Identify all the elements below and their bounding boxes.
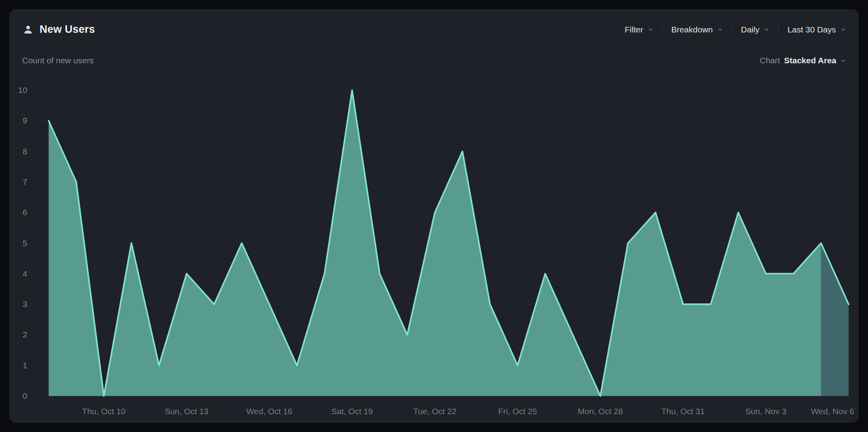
x-tick-label: Fri, Oct 25 bbox=[498, 407, 537, 416]
y-tick-label: 10 bbox=[18, 85, 27, 95]
y-tick-label: 7 bbox=[23, 177, 27, 186]
new-users-card: New Users Filter Breakdown Daily Last 30… bbox=[9, 9, 859, 423]
y-tick-label: 8 bbox=[23, 147, 27, 156]
y-tick-label: 5 bbox=[23, 239, 27, 248]
granularity-label: Daily bbox=[741, 25, 760, 34]
y-tick-label: 4 bbox=[23, 269, 27, 278]
highlight-area bbox=[821, 243, 849, 396]
x-tick-label: Wed, Nov 6 bbox=[811, 407, 854, 416]
breakdown-control[interactable]: Breakdown bbox=[663, 25, 732, 34]
x-tick-label: Sun, Oct 13 bbox=[165, 407, 208, 416]
y-tick-label: 3 bbox=[23, 299, 27, 309]
area-chart[interactable]: 012345678910Thu, Oct 10Sun, Oct 13Wed, O… bbox=[10, 72, 858, 421]
chevron-down-icon bbox=[764, 27, 769, 32]
x-tick-label: Sat, Oct 19 bbox=[331, 407, 373, 416]
chart-type-caption: Chart bbox=[760, 56, 780, 65]
breakdown-label: Breakdown bbox=[671, 25, 713, 34]
subheader: Count of new users Chart Stacked Area bbox=[10, 49, 858, 72]
x-tick-label: Thu, Oct 31 bbox=[661, 407, 705, 416]
granularity-control[interactable]: Daily bbox=[732, 25, 779, 34]
metric-label: Count of new users bbox=[22, 56, 94, 65]
chart-type-select[interactable]: Chart Stacked Area bbox=[760, 56, 846, 65]
y-tick-label: 9 bbox=[23, 116, 27, 125]
x-tick-label: Mon, Oct 28 bbox=[578, 407, 623, 416]
date-range-control[interactable]: Last 30 Days bbox=[779, 25, 846, 34]
filter-control[interactable]: Filter bbox=[616, 25, 662, 34]
chevron-down-icon bbox=[840, 27, 846, 32]
x-tick-label: Tue, Oct 22 bbox=[413, 407, 457, 416]
chevron-down-icon bbox=[717, 27, 723, 32]
card-header: New Users Filter Breakdown Daily Last 30… bbox=[10, 10, 858, 49]
y-tick-label: 2 bbox=[23, 330, 27, 339]
chevron-down-icon bbox=[840, 58, 846, 64]
date-range-label: Last 30 Days bbox=[787, 25, 836, 34]
chart-type-value: Stacked Area bbox=[784, 56, 836, 65]
filter-label: Filter bbox=[625, 25, 643, 34]
x-tick-label: Sun, Nov 3 bbox=[745, 407, 787, 416]
x-tick-label: Thu, Oct 10 bbox=[82, 407, 126, 416]
x-tick-label: Wed, Oct 16 bbox=[246, 407, 292, 416]
title-group: New Users bbox=[23, 23, 95, 36]
y-tick-label: 6 bbox=[23, 208, 27, 217]
chevron-down-icon bbox=[648, 27, 654, 32]
user-icon bbox=[23, 24, 34, 35]
y-tick-label: 1 bbox=[23, 361, 27, 370]
y-tick-label: 0 bbox=[23, 391, 27, 400]
header-controls: Filter Breakdown Daily Last 30 Days bbox=[616, 24, 846, 36]
card-title: New Users bbox=[40, 23, 95, 36]
